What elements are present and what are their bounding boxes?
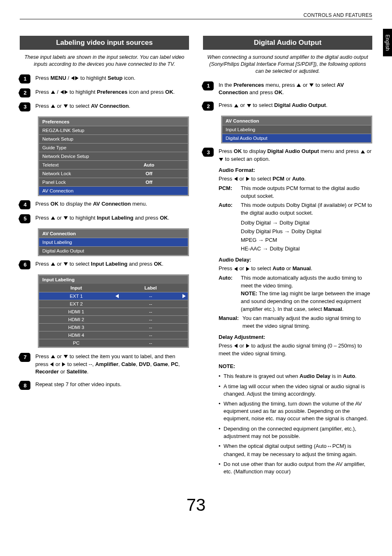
step-badge-5: 5 [20, 214, 30, 223]
up-arrow-icon [51, 262, 55, 266]
right-intro: When connecting a surround sound amplifi… [205, 54, 370, 75]
menu-title: Preferences [39, 118, 188, 126]
r-step-1-text: In the Preferences menu, press or to sel… [219, 81, 372, 97]
menu-row: Digital Audio Output [39, 247, 188, 255]
step-badge-2: 2 [203, 102, 214, 111]
auto-row: Auto:This mode outputs Dolby Digital (if… [219, 202, 372, 217]
up-arrow-icon [297, 83, 301, 87]
step-badge-6: 6 [20, 260, 30, 269]
right-arrow-icon [62, 362, 65, 366]
up-arrow-icon [234, 104, 238, 107]
note-item: Depending on the connected equipment (am… [219, 425, 372, 440]
left-arrow-icon [234, 177, 238, 181]
menu-row: Panel LockOff [39, 178, 188, 186]
arrow-right-icon [284, 227, 290, 236]
table-row: EXT 2-- [39, 300, 188, 308]
audio-delay-heading: Audio Delay: [219, 256, 372, 264]
up-arrow-icon [51, 104, 55, 108]
table-row: HDMI 1-- [39, 308, 188, 315]
note-item: When the optical digital output setting … [219, 442, 372, 458]
delay-adj-line: Press or to adjust the audio signal timi… [219, 342, 372, 358]
format-map-3: MPEG PCM [241, 236, 372, 245]
menu-row: Guide Type [39, 144, 188, 152]
arrow-right-icon [258, 236, 264, 245]
left-arrow-icon [234, 344, 238, 348]
table-row: PC-- [39, 339, 188, 347]
note-item: A time lag will occur when the video sig… [219, 383, 372, 398]
right-arrow-icon [65, 90, 68, 94]
step-badge-8: 8 [20, 381, 30, 390]
menu-row-selected: AV Connection [39, 187, 188, 195]
step-badge-3: 3 [203, 148, 214, 157]
step-6-text: Press or to select Input Labeling and pr… [35, 260, 189, 269]
step-7-text: Press or to select the item you want to … [35, 353, 189, 376]
down-arrow-icon [64, 262, 68, 266]
step-badge-3: 3 [20, 102, 30, 111]
note-item: This feature is grayed out when Audio De… [219, 373, 372, 380]
left-column: Labeling video input sources These input… [20, 36, 189, 483]
down-arrow-icon [247, 104, 251, 107]
step-8-text: Repeat step 7 for other video inputs. [35, 381, 189, 390]
table-header: InputLabel [39, 284, 188, 292]
table-row-selected: EXT 1 -- [39, 292, 188, 300]
menu-row-selected: Digital Audio Output [222, 134, 371, 142]
table-title: Input Labeling [39, 276, 188, 284]
r-step-2-text: Press or to select Digital Audio Output. [219, 102, 372, 111]
ad-manual-row: Manual:You can manually adjust the audio… [219, 315, 372, 330]
step-badge-1: 1 [203, 81, 214, 90]
step-badge-1: 1 [20, 74, 30, 83]
format-map-2: Dolby Digital Plus Dolby Digital [241, 227, 372, 236]
language-tab: English [383, 29, 392, 56]
menu-title: AV Connection [39, 229, 188, 238]
table-row: HDMI 2-- [39, 316, 188, 323]
page-header: CONTROLS AND FEATURES [20, 12, 372, 18]
right-column: Digital Audio Output When connecting a s… [203, 36, 372, 483]
step-4-text: Press OK to display the AV Connection me… [35, 200, 189, 209]
left-arrow-icon [71, 76, 74, 80]
up-arrow-icon [51, 216, 55, 220]
up-arrow-icon [361, 150, 365, 153]
step-badge-2: 2 [20, 88, 30, 97]
right-arrow-icon [246, 344, 249, 348]
section-heading-dao: Digital Audio Output [203, 36, 372, 50]
arrow-right-icon [263, 245, 268, 253]
r-step-3-text: Press OK to display Digital Audio Output… [219, 148, 372, 478]
menu-title: AV Connection [222, 117, 371, 125]
note-item: When adjusting the timing, turn down the… [219, 400, 372, 423]
input-labeling-table: Input Labeling InputLabel EXT 1 -- EXT 2… [38, 274, 189, 348]
right-arrow-icon [182, 294, 186, 298]
pcm-row: PCM:This mode outputs PCM format to the … [219, 185, 372, 200]
down-arrow-icon [64, 216, 68, 220]
preferences-menu: Preferences REGZA-LINK Setup Network Set… [38, 116, 189, 196]
left-arrow-icon [115, 294, 119, 298]
audio-format-heading: Audio Format: [219, 167, 372, 174]
menu-row: Network LockOff [39, 169, 188, 178]
header-rule [20, 19, 372, 19]
note-heading: NOTE: [219, 363, 372, 371]
delay-adj-heading: Delay Adjustment: [219, 334, 372, 341]
table-row: HDMI 4-- [39, 331, 188, 339]
audio-delay-line: Press or to select Auto or Manual. [219, 265, 372, 273]
left-arrow-icon [60, 90, 64, 94]
arrow-right-icon [272, 219, 278, 227]
left-arrow-icon [234, 267, 238, 271]
down-arrow-icon [64, 104, 68, 108]
ad-auto-row: Auto:This mode automatically adjusts the… [219, 274, 372, 313]
step-badge-7: 7 [20, 353, 30, 362]
audio-format-line: Press or to select PCM or Auto. [219, 175, 372, 183]
section-heading-labeling: Labeling video input sources [20, 36, 189, 50]
av-connection-menu-right: AV Connection Input Labeling Digital Aud… [221, 116, 372, 144]
step-1-text: Press MENU / to highlight Setup icon. [35, 74, 189, 83]
arrow-bidir-icon [327, 442, 332, 451]
up-arrow-icon [51, 355, 55, 358]
menu-row: Network Device Setup [39, 152, 188, 160]
menu-row: REGZA-LINK Setup [39, 126, 188, 134]
step-5-text: Press or to highlight Input Labeling and… [35, 214, 189, 223]
table-row: HDMI 3-- [39, 324, 188, 331]
notes-list: This feature is grayed out when Audio De… [219, 373, 372, 475]
step-2-text: Press / to highlight Preferences icon an… [35, 88, 189, 97]
up-arrow-icon [51, 90, 55, 94]
av-connection-menu: AV Connection Input Labeling Digital Aud… [38, 228, 189, 256]
menu-row: Network Setup [39, 135, 188, 143]
format-map-4: HE-AAC Dolby Digital [241, 245, 372, 253]
